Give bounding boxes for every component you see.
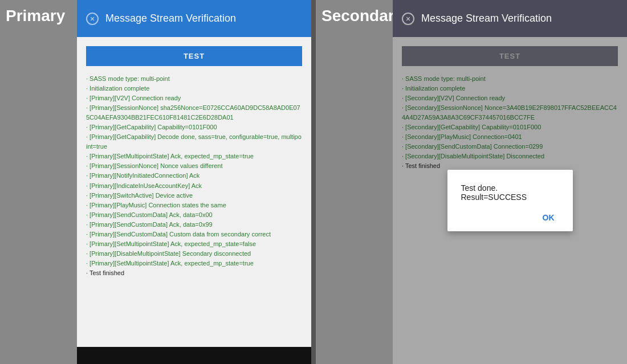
log-line: · [Primary][SessionNonce] Nonce values d… — [86, 161, 302, 171]
primary-panel-wrapper: Primary × Message Stream Verification TE… — [0, 0, 311, 364]
secondary-close-icon: × — [406, 14, 410, 23]
log-line: · SASS mode type: multi-point — [86, 74, 302, 84]
primary-log-area: · SASS mode type: multi-point· Initializ… — [86, 74, 302, 278]
log-line: · [Primary][GetCapability] Decode done, … — [86, 132, 302, 152]
primary-header-title: Message Stream Verification — [105, 13, 236, 24]
log-line: · [Primary][SwitchActive] Device active — [86, 191, 302, 201]
log-line: · [Primary][SetMultipointState] Ack, exp… — [86, 259, 302, 268]
log-line: · [Primary][SetMultipointState] Ack, exp… — [86, 152, 302, 161]
secondary-label-bar: Secondary — [316, 0, 393, 364]
log-line: · [Primary][SessionNonce] sha256Nonce=E0… — [86, 103, 302, 122]
primary-content-area: TEST · SASS mode type: multi-point· Init… — [77, 37, 311, 347]
log-line: · [Primary][DisableMultipointState] Seco… — [86, 249, 302, 259]
result-dialog: Test done. Result=SUCCESS OK — [447, 170, 573, 231]
log-line: · [Primary][SendCustomData] Ack, data=0x… — [86, 210, 302, 220]
secondary-header-bar: × Message Stream Verification — [393, 0, 627, 37]
primary-device-panel: × Message Stream Verification TEST · SAS… — [77, 0, 311, 364]
dialog-ok-area: OK — [461, 211, 559, 224]
dialog-message: Test done. Result=SUCCESS — [461, 183, 559, 202]
secondary-close-button[interactable]: × — [402, 13, 414, 25]
log-line: · Test finished — [86, 268, 302, 278]
primary-header-bar: × Message Stream Verification — [77, 0, 311, 37]
dialog-overlay: Test done. Result=SUCCESS OK — [393, 37, 627, 364]
log-line: · [Primary][IndicateInUseAccountKey] Ack — [86, 181, 302, 191]
primary-test-button[interactable]: TEST — [86, 46, 302, 66]
secondary-label: Secondary — [321, 7, 403, 25]
log-line: · [Primary][SetMultipointState] Ack, exp… — [86, 239, 302, 249]
log-line: · [Primary][V2V] Connection ready — [86, 93, 302, 103]
primary-label-bar: Primary — [0, 0, 77, 364]
panel-divider — [311, 0, 316, 364]
primary-close-icon: × — [90, 14, 95, 23]
log-line: · [Primary][NotifyInitiatedConnection] A… — [86, 171, 302, 181]
log-line: · [Primary][GetCapability] Capability=01… — [86, 122, 302, 132]
dialog-ok-button[interactable]: OK — [538, 211, 559, 224]
primary-bottom-bar — [77, 347, 311, 364]
primary-close-button[interactable]: × — [86, 13, 99, 25]
log-line: · Initialization complete — [86, 84, 302, 93]
log-line: · [Primary][SendCustomData] Ack, data=0x… — [86, 220, 302, 230]
log-line: · [Primary][SendCustomData] Custom data … — [86, 230, 302, 239]
primary-label: Primary — [6, 7, 65, 25]
secondary-device-panel: × Message Stream Verification TEST · SAS… — [393, 0, 627, 364]
secondary-content-area: TEST · SASS mode type: multi-point· Init… — [393, 37, 627, 364]
secondary-panel-wrapper: Secondary × Message Stream Verification … — [316, 0, 627, 364]
log-line: · [Primary][PlayMusic] Connection states… — [86, 201, 302, 210]
secondary-header-title: Message Stream Verification — [421, 13, 552, 24]
